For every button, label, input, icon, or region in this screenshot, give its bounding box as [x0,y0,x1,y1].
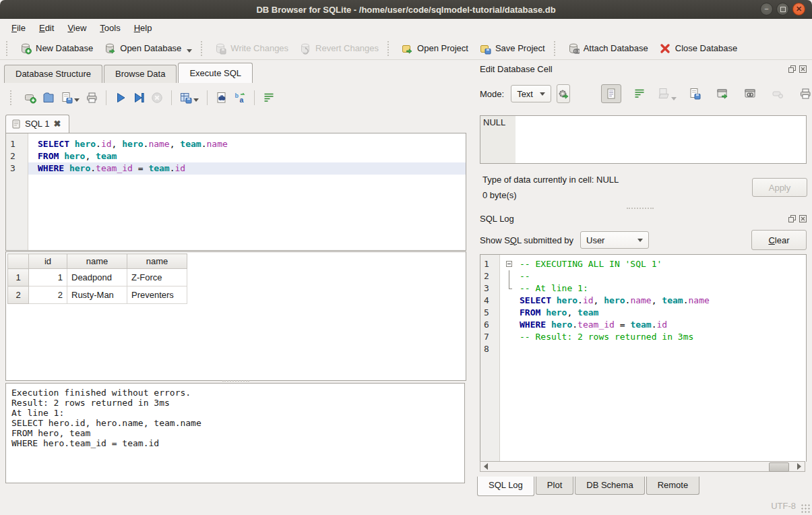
results-header-row: idnamename [8,254,187,269]
dock-tab-plot[interactable]: Plot [536,477,573,495]
toolbar-grip[interactable] [554,41,559,56]
dock-tab-sql-log[interactable]: SQL Log [477,477,534,496]
corner-cell[interactable] [8,254,29,269]
open-database-button[interactable]: Open Database [98,40,197,57]
save-project-button[interactable]: Save Project [474,40,551,57]
close-panel-icon[interactable] [799,214,807,222]
fold-marker[interactable] [505,270,516,282]
main-toolbar: New DatabaseOpen DatabaseWrite ChangesRe… [0,37,812,60]
sql-log-dock-header: SQL Log [480,212,807,224]
column-header-id[interactable]: id [29,254,67,269]
mode-select[interactable]: Text [511,85,551,102]
close-icon[interactable]: ✕ [792,3,805,16]
save-results-button[interactable] [180,92,199,104]
window-title: DB Browser for SQLite - /home/user/code/… [256,5,555,15]
cell[interactable]: Rusty-Man [67,286,127,304]
scroll-left-icon[interactable] [484,463,488,470]
chevron-down-icon[interactable] [187,49,192,53]
word-wrap-button[interactable] [630,85,649,102]
row-header[interactable]: 2 [8,286,29,304]
cell-value-editor[interactable]: NULL [480,115,807,164]
cell[interactable]: Preventers [127,286,187,304]
copy-link-button[interactable] [741,85,759,102]
menu-tools[interactable]: Tools [94,20,126,36]
close-database-button[interactable]: Close Database [654,40,743,57]
find-icon [216,92,228,104]
menu-file[interactable]: File [5,20,32,36]
results-grid[interactable]: idnamename11DeadpondZ-Force22Rusty-ManPr… [5,251,466,381]
attach-database-button[interactable]: Attach Database [562,40,654,57]
float-panel-icon[interactable] [788,214,796,222]
line-number: 3 [6,162,26,175]
open-sql-file-button[interactable] [42,92,55,104]
apply-format-button[interactable] [557,84,570,103]
table-row[interactable]: 11DeadpondZ-Force [8,269,187,286]
table-row[interactable]: 22Rusty-ManPreventers [8,286,187,304]
cell[interactable]: Deadpond [67,269,127,286]
sql-log-hscrollbar[interactable] [480,461,805,472]
minimize-icon[interactable]: − [760,3,773,16]
maximize-icon[interactable] [776,3,789,16]
scroll-right-icon[interactable] [797,463,801,470]
scroll-thumb[interactable] [769,462,789,472]
chevron-down-icon[interactable] [193,98,199,102]
float-panel-icon[interactable] [788,65,796,73]
fold-marker[interactable] [505,282,516,295]
menu-help[interactable]: Help [128,20,158,36]
row-header[interactable]: 1 [8,269,29,286]
text-document-button[interactable] [601,84,621,103]
clear-button[interactable]: Clear [751,230,807,250]
sql-log-view[interactable]: 1-- EXECUTING ALL IN 'SQL 1'2--3-- At li… [480,254,807,462]
execute-line-button[interactable] [133,92,145,104]
tab-browse-data[interactable]: Browse Data [104,65,177,83]
find-button[interactable] [216,92,228,104]
print-icon [86,92,98,104]
column-header-name[interactable]: name [67,254,127,269]
line-number: 3 [480,282,500,295]
open-external-button[interactable] [713,85,732,102]
tab-database-structure[interactable]: Database Structure [4,65,102,83]
toolbar-grip[interactable] [387,41,392,56]
column-header-name[interactable]: name [127,254,187,269]
cell[interactable]: 2 [29,286,67,304]
close-panel-icon[interactable] [799,65,807,73]
toolbar-grip[interactable] [201,41,206,56]
toolbar-grip[interactable] [6,41,11,56]
close-tab-icon[interactable]: ✖ [53,119,61,129]
save-sql-file-button[interactable] [61,92,80,104]
log-line: FROM hero, team [11,428,464,438]
dock-tab-db-schema[interactable]: DB Schema [575,477,644,495]
titlebar[interactable]: DB Browser for SQLite - /home/user/code/… [0,0,812,19]
open-project-button[interactable]: Open Project [396,40,474,57]
execution-status-log[interactable]: Execution finished without errors.Result… [5,383,465,483]
word-wrap-button[interactable] [263,92,275,104]
import-data-icon [658,88,670,100]
code-line: 8 [480,343,806,355]
dock-tab-remote[interactable]: Remote [646,477,700,495]
save-as-button[interactable] [685,85,704,102]
splitter-handle[interactable] [627,208,654,211]
sql-editor[interactable]: 1SELECT hero.id, hero.name, team.name2FR… [5,133,466,251]
chevron-down-icon [671,97,677,100]
menu-edit[interactable]: Edit [33,20,60,36]
apply-button[interactable]: Apply [752,178,807,197]
print-button[interactable] [86,92,98,104]
line-number: 8 [480,343,500,355]
new-sql-tab-button[interactable] [24,92,36,104]
chevron-down-icon[interactable] [74,98,80,102]
execute-all-button[interactable] [115,92,127,104]
toolbar-separator [171,90,172,105]
resize-grip[interactable] [801,504,811,514]
menu-view[interactable]: View [61,20,92,36]
fold-marker[interactable] [505,258,516,270]
new-database-button[interactable]: New Database [14,40,98,57]
tab-sql-1[interactable]: SQL 1 ✖ [5,115,69,133]
replace-button[interactable]: ba [234,92,246,104]
cell[interactable]: Z-Force [127,269,187,286]
print-button[interactable] [796,85,812,102]
cell[interactable]: 1 [29,269,67,286]
toolbar-grip[interactable] [10,90,15,105]
submitted-by-select[interactable]: User [580,231,649,249]
code-line: 1-- EXECUTING ALL IN 'SQL 1' [480,258,806,270]
tab-execute-sql[interactable]: Execute SQL [178,63,253,83]
